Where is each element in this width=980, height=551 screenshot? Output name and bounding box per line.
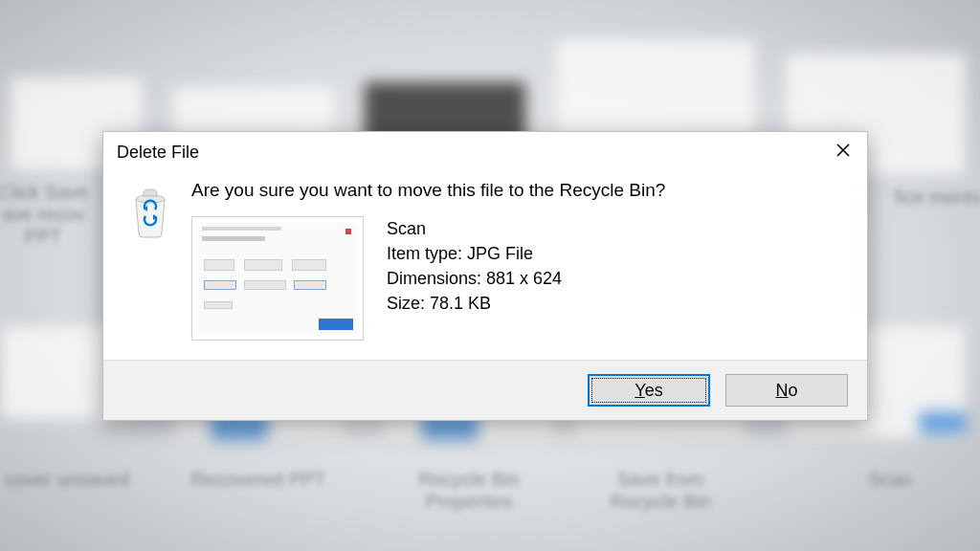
no-button[interactable]: No — [725, 374, 848, 407]
recycle-bin-icon — [126, 226, 174, 242]
file-item-type: Item type: JPG File — [387, 241, 562, 266]
confirmation-question: Are you sure you want to move this file … — [191, 180, 844, 201]
file-details: Scan Item type: JPG File Dimensions: 881… — [387, 216, 562, 316]
yes-button[interactable]: Yes — [588, 374, 710, 407]
dialog-titlebar: Delete File — [103, 132, 867, 172]
bg-label: Click Save ave recov PPT — [0, 182, 96, 248]
bg-label: Save from Recycle Bin — [584, 469, 737, 513]
file-thumbnail — [191, 216, 364, 341]
dialog-footer: Yes No — [103, 360, 867, 420]
bg-label: Scan — [833, 469, 947, 491]
bg-label: Recycle Bin Properties — [392, 469, 546, 513]
bg-label: fice ments — [890, 187, 980, 209]
close-button[interactable] — [833, 142, 854, 163]
dialog-title: Delete File — [117, 143, 199, 163]
dialog-body: Are you sure you want to move this file … — [103, 172, 867, 360]
delete-file-dialog: Delete File — [102, 131, 868, 421]
bg-label: Recovered PPT — [182, 469, 335, 491]
bg-label: cover unsaved — [0, 469, 144, 491]
close-icon — [835, 143, 851, 162]
file-name: Scan — [387, 216, 562, 241]
file-size: Size: 78.1 KB — [387, 291, 562, 316]
file-dimensions: Dimensions: 881 x 624 — [387, 266, 562, 291]
